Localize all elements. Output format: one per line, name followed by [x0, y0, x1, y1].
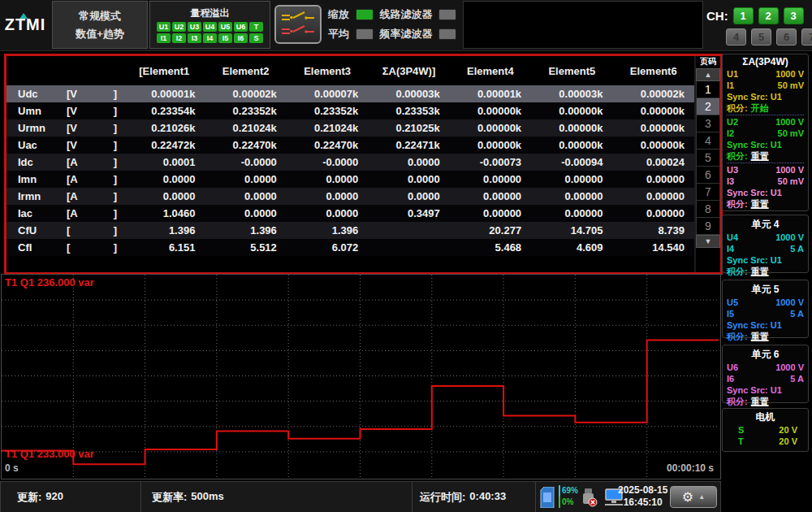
cell-value: 0.0000 — [123, 173, 205, 185]
current-row: I55 A — [727, 308, 804, 319]
unit-close-bracket: ] — [114, 173, 117, 185]
row-unit: [] — [65, 241, 123, 254]
cell-value: 1.396 — [287, 224, 368, 236]
row-name: Irmn — [6, 190, 65, 202]
unit-open-bracket: [A — [67, 190, 78, 202]
sync-source-value: Sync Src: U1 — [727, 139, 782, 150]
unit-open-bracket: [ — [67, 241, 70, 254]
range-badge-row-voltage: U1U2U3U4U5U6T — [157, 22, 263, 32]
unit-open-bracket: [V — [67, 105, 77, 117]
motor-phase-value: 20 V — [779, 436, 804, 447]
row-unit: [V] — [65, 139, 123, 151]
range-badge: U3 — [188, 22, 201, 32]
table-row[interactable]: Imn[A]0.00000.00000.00000.00000.000000.0… — [6, 171, 694, 188]
unit-close-bracket: ] — [114, 190, 117, 202]
unit-box-title: 单元 4 — [727, 218, 804, 232]
ch-button[interactable]: 2 — [758, 7, 779, 24]
ch-button-disabled[interactable]: 5 — [751, 28, 771, 46]
page-number[interactable]: 8 — [696, 201, 720, 218]
range-overflow-panel: 量程溢出 U1U2U3U4U5U6T I1I2I3I4I5I6S — [149, 1, 270, 49]
average-indicator[interactable] — [356, 28, 374, 40]
power-analyzer-screen: ZTMI 常规模式 数值+趋势 量程溢出 U1U2U3U4U5U6T I1I2I… — [0, 0, 812, 512]
table-row[interactable]: Iac[A]1.04600.00000.00000.34970.000000.0… — [6, 205, 694, 222]
storage-card-icon — [539, 487, 555, 508]
page-number[interactable]: 3 — [696, 115, 720, 132]
freq-filter-indicator[interactable] — [438, 28, 456, 40]
ch-button-disabled[interactable]: 6 — [776, 28, 797, 46]
table-row[interactable]: Uac[V]0.22472k0.22470k0.22470k0.22471k0.… — [6, 137, 694, 154]
line-filter-indicator[interactable] — [438, 9, 456, 20]
column-header: Element4 — [450, 65, 531, 77]
table-row[interactable]: CfI[]6.1515.5126.0725.4684.60914.540 — [6, 239, 694, 256]
row-unit: [V] — [65, 122, 123, 134]
motor-phase-label: T — [727, 436, 744, 447]
runtime-label: 运行时间: — [420, 490, 465, 505]
page-number[interactable]: 1 — [696, 81, 720, 98]
ch-button[interactable]: 1 — [733, 7, 754, 24]
page-down-button[interactable]: ▼ — [696, 235, 720, 248]
voltage-value: 1000 V — [775, 68, 804, 80]
sync-source-value: Sync Src: U1 — [727, 384, 782, 396]
page-number[interactable]: 9 — [696, 218, 720, 235]
table-row[interactable]: Idc[A]0.0001-0.0000-0.00000.0000-0.00073… — [6, 154, 694, 171]
cell-value: 0.00000k — [450, 139, 531, 151]
range-badge: U2 — [172, 22, 186, 32]
current-label: I2 — [727, 128, 734, 139]
page-number[interactable]: 5 — [696, 150, 720, 167]
channel-buttons-active: 123 — [733, 7, 804, 24]
cell-value: 0.00000 — [613, 190, 694, 202]
current-label: I4 — [727, 243, 734, 254]
table-row[interactable]: Irmn[A]0.00000.00000.00000.00000.000000.… — [6, 188, 694, 205]
voltage-row: U41000 V — [727, 232, 804, 243]
runtime: 运行时间: 0:40:33 — [420, 490, 506, 505]
statusbar-divider — [412, 482, 412, 512]
range-badge: I2 — [172, 33, 186, 43]
cell-value: 0.00001k — [123, 88, 205, 100]
cell-value: 5.468 — [450, 241, 531, 254]
page-number[interactable]: 6 — [696, 167, 720, 184]
column-header: Element3 — [287, 65, 368, 77]
row-name: Uac — [6, 139, 65, 151]
integration-row: 积分:重置 — [727, 150, 804, 162]
row-unit: [V] — [65, 105, 123, 117]
page-number[interactable]: 7 — [696, 184, 720, 201]
page-number[interactable]: 4 — [696, 132, 720, 150]
wiring-icon — [279, 9, 317, 40]
page-number[interactable]: 2 — [696, 98, 720, 115]
chart-time-end-label: 00:00:10 s — [667, 462, 714, 474]
table-row[interactable]: CfU[]1.3961.3961.39620.27714.7058.739 — [6, 222, 694, 239]
integration-label: 积分: — [727, 396, 748, 407]
table-row[interactable]: Udc[V]0.00001k0.00002k0.00007k0.00003k0.… — [6, 85, 694, 102]
table-row[interactable]: Urmn[V]0.21026k0.21024k0.21024k0.21025k0… — [6, 119, 694, 137]
unit-close-bracket: ] — [114, 207, 117, 219]
integration-state: 重置 — [751, 266, 769, 277]
display-mode-box[interactable]: 常规模式 数值+趋势 — [52, 1, 148, 49]
statusbar-divider — [140, 482, 141, 512]
trend-chart-canvas — [2, 275, 719, 477]
wiring-diagram-button[interactable] — [274, 5, 322, 44]
settings-menu-button[interactable]: ⚙ ▲ — [670, 486, 717, 508]
sync-source-row: Sync Src: U1 — [727, 384, 804, 396]
sync-source-value: Sync Src: U1 — [727, 91, 782, 102]
ch-button-disabled[interactable]: 4 — [726, 28, 746, 46]
cell-value: -0.0000 — [287, 156, 368, 168]
cell-value: 0.0000 — [287, 173, 368, 185]
table-body: Udc[V]0.00001k0.00002k0.00007k0.00003k0.… — [6, 85, 694, 256]
range-badge: T — [249, 22, 263, 32]
zoom-label: 缩放 — [328, 7, 352, 22]
current-label: I5 — [727, 308, 734, 319]
integration-state: 开始 — [751, 102, 769, 114]
voltage-label: U4 — [727, 232, 738, 243]
ch-button[interactable]: 3 — [784, 7, 804, 24]
cell-value: 0.00000k — [531, 105, 612, 117]
page-up-button[interactable]: ▲ — [696, 68, 720, 81]
channel-row-active: CH: 123 — [706, 7, 804, 24]
zoom-indicator[interactable] — [356, 9, 374, 20]
datetime: 2025-08-15 16:45:10 — [618, 484, 667, 509]
update-rate: 更新率: 500ms — [152, 490, 224, 505]
voltage-label: U5 — [727, 297, 738, 308]
motor-row: T20 V — [727, 436, 804, 447]
chart-upper-scale-label: T1 Q1 236.000 var — [5, 276, 94, 289]
ch-button-disabled[interactable]: 7 — [801, 28, 812, 46]
table-row[interactable]: Umn[V]0.23354k0.23352k0.23352k0.23353k0.… — [6, 102, 694, 119]
